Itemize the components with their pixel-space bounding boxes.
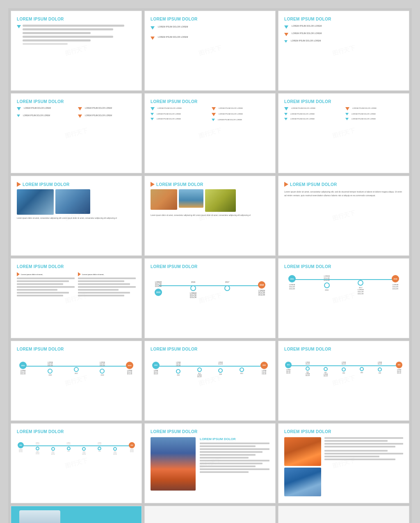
b1: [284, 25, 288, 29]
watermark-16: 图行天下: [64, 457, 89, 470]
slide-10: LOREM IPSUM DOLOR Lorem ipsum dolor sit …: [11, 258, 142, 338]
slide-18-title: LOREM IPSUM DOLOR: [284, 429, 403, 434]
slide-3-title: LOREM IPSUM DOLOR: [284, 17, 403, 21]
slide-17-title: LOREM IPSUM DOLOR: [151, 429, 269, 434]
slide-9-text: Lorem ipsum dolor sit amet, consectetur …: [284, 190, 403, 197]
sky-image: [284, 468, 321, 496]
b2: [284, 33, 288, 36]
slide-5-title: LOREM IPSUM DOLOR: [151, 99, 269, 104]
slide-12-timeline: 2015 LOREMDOLORDOLOR LOREMDOLORDOLOR 201…: [288, 275, 399, 295]
slide-6: LOREM IPSUM DOLOR LOREM IPSUM DOLOR LORE…: [278, 93, 409, 173]
mountain-image: [151, 437, 196, 491]
slide-19: Thanks 图行天下: [11, 506, 142, 523]
slide-8-photos: [151, 189, 269, 212]
people-photo-1: [151, 189, 177, 210]
b4-2: [78, 107, 82, 110]
b3: [284, 40, 288, 43]
slide-8-caption: Lorem ipsum dolor sit amet, consectetur …: [151, 214, 269, 217]
image-text-title: LOREM IPSUM DOLOR: [200, 437, 269, 441]
city-photo-1: [17, 189, 54, 215]
slide-6-title: LOREM IPSUM DOLOR: [284, 99, 403, 104]
watermark-9: 图行天下: [332, 209, 356, 223]
slide-15-timeline: 2015 LOREMDOLORDOLOR LOREMDOLOR 2016 LOR…: [285, 362, 402, 377]
watermark-3: 图行天下: [332, 44, 356, 57]
slide-9: LOREM IPSUM DOLOR Lorem ipsum dolor sit …: [278, 176, 409, 256]
bullet-icon-1: [151, 26, 155, 30]
b4-4: [78, 115, 82, 118]
slide-1: LOREM IPSUM DOLOR 图行天下: [11, 11, 142, 91]
slide-11-title: LOREM IPSUM DOLOR: [151, 264, 269, 269]
slide-10-title: LOREM IPSUM DOLOR: [17, 264, 136, 269]
slide-7: LOREM IPSUM DOLOR Lorem ipsum dolor sit …: [11, 176, 142, 256]
watermark-4: 图行天下: [64, 127, 89, 140]
slide-12: LOREM IPSUM DOLOR 2015 LOREMDOLORDOLOR L…: [278, 258, 409, 338]
slide-2: LOREM IPSUM DOLOR LOREM IPSUM DOLOR LORE…: [144, 11, 276, 91]
slide-4-content: LOREM IPSUM DOLOR LOREM LOREM IPSUM DOLO…: [17, 107, 136, 119]
slide-14-title: LOREM IPSUM DOLOR: [151, 347, 269, 351]
slide-8-title: LOREM IPSUM DOLOR: [156, 182, 203, 187]
slide-13-timeline: 2015 LOREMDOLORDOLOR LOREMDOLORDOLOR 201…: [19, 362, 133, 376]
slide-15: LOREM IPSUM DOLOR 2015 LOREMDOLORDOLOR L…: [278, 341, 409, 421]
arrow-icon-8: [151, 182, 155, 187]
jump-photo: [179, 189, 203, 208]
cycling-image: [284, 437, 321, 466]
slide-1-title: LOREM IPSUM DOLOR: [17, 17, 136, 21]
slide-5-content: LOREM IPSUM DOLOR LOREM LOREM IPSUM DOLO…: [151, 107, 269, 122]
thanks-photo: [19, 510, 60, 523]
watermark-5: 图行天下: [198, 127, 222, 140]
watermark-2: 图行天下: [198, 44, 222, 57]
slide-8: LOREM IPSUM DOLOR Lorem ipsum dolor sit …: [144, 176, 276, 256]
slide-15-title: LOREM IPSUM DOLOR: [284, 347, 403, 351]
slide-16: LOREM IPSUM DOLOR 2015 LOREMDOLORDOLOR L…: [11, 423, 142, 503]
slide-21: PHOTO: [278, 506, 409, 523]
slide-13-title: LOREM IPSUM DOLOR: [17, 347, 136, 351]
watermark-13: 图行天下: [64, 374, 89, 388]
slide-6-content: LOREM IPSUM DOLOR LOREM LOREM IPSUM DOLO…: [284, 107, 403, 122]
b4-3: [17, 115, 20, 117]
slide-17: LOREM IPSUM DOLOR LOREM IPSUM DOLOR 图行天下: [144, 423, 276, 503]
slide-7-caption: Lorem ipsum dolor sit amet, consectetur …: [17, 217, 136, 220]
bullet-text-2: LOREM IPSUM DOLOR LOREM: [158, 36, 188, 38]
slide-2-title: LOREM IPSUM DOLOR: [151, 17, 269, 21]
bullet-arrow-1: [17, 25, 21, 29]
slide-12-title: LOREM IPSUM DOLOR: [284, 264, 403, 269]
arrow-icon-7: [17, 182, 21, 187]
slide-9-title: LOREM IPSUM DOLOR: [290, 182, 337, 187]
slide-1-bullets: [17, 25, 136, 46]
slide-2-content: LOREM IPSUM DOLOR LOREM LOREM IPSUM DOLO…: [151, 25, 269, 40]
watermark-6: 图行天下: [332, 127, 356, 140]
slide-11-timeline: LOREMDOLORDOLOR 2015 2016 LOREMDOLORDOLO…: [155, 281, 265, 298]
b4-1: [17, 107, 21, 110]
arrow-icon-9: [284, 182, 288, 187]
slide-3: LOREM IPSUM DOLOR LOREM IPSUM DOLOR LORE…: [278, 11, 409, 91]
slide-grid: LOREM IPSUM DOLOR 图行天下 LOREM IPSUM DOLOR: [8, 8, 412, 523]
slide-10-content: Lorem ipsum dolor sit amet, Lorem ipsum …: [17, 272, 136, 298]
slide-18: LOREM IPSUM DOLOR 图行天下: [278, 423, 409, 503]
slide-5: LOREM IPSUM DOLOR LOREM IPSUM DOLOR LORE…: [144, 93, 276, 173]
slide-14: LOREM IPSUM DOLOR 2015 LOREMDOLORDOLOR L…: [144, 341, 276, 421]
slide-7-photos: [17, 189, 136, 215]
slide-18-content: [284, 437, 403, 496]
slide-3-content: LOREM IPSUM DOLOR LOREM LOREM IPSUM DOLO…: [284, 25, 403, 43]
slide-17-content: LOREM IPSUM DOLOR: [151, 437, 269, 491]
slide-11: LOREM IPSUM DOLOR LOREMDOLORDOLOR 2015 2…: [144, 258, 276, 338]
slide-16-timeline: 2015 LOREMDOLORDOLOR LOREMDOLOR 2016 LOR…: [18, 442, 135, 455]
slide-20: PHOTO: [144, 506, 276, 523]
slide-7-title: LOREM IPSUM DOLOR: [23, 182, 70, 187]
bullet-text-1: LOREM IPSUM DOLOR LOREM: [158, 25, 188, 28]
slide-14-timeline: 2015 LOREMDOLORDOLOR LOREMDOLORDOLOR 201…: [152, 362, 268, 378]
slide-13: LOREM IPSUM DOLOR 2015 LOREMDOLORDOLOR L…: [11, 341, 142, 421]
bullet-icon-2: [151, 37, 155, 40]
slide-4: LOREM IPSUM DOLOR LOREM IPSUM DOLOR LORE…: [11, 93, 142, 173]
city-photo-2: [55, 189, 90, 214]
slide-16-title: LOREM IPSUM DOLOR: [17, 429, 136, 434]
couple-photo: [205, 189, 236, 212]
slide-4-title: LOREM IPSUM DOLOR: [17, 99, 136, 104]
